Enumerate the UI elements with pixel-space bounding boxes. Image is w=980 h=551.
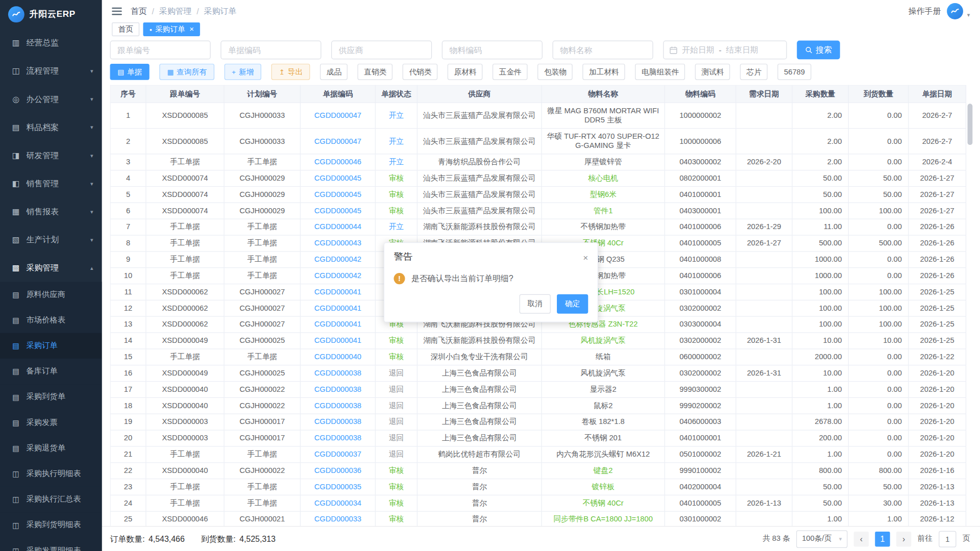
doc-no-link[interactable]: CGDD000036: [314, 466, 361, 474]
material-code-input[interactable]: [442, 41, 543, 60]
doc-no-link[interactable]: CGDD000040: [314, 353, 361, 361]
cell-material[interactable]: 键盘2: [542, 463, 665, 479]
breadcrumb-item[interactable]: 采购管理: [159, 6, 192, 17]
cell-material[interactable]: 管件1: [542, 203, 665, 219]
chevron-down-icon[interactable]: ▾: [967, 12, 970, 18]
sidebar-item[interactable]: ◎办公管理▾: [0, 85, 102, 113]
category-chip[interactable]: 五金件: [493, 64, 528, 80]
doc-no-link[interactable]: CGDD000047: [314, 137, 361, 145]
close-icon[interactable]: ×: [189, 25, 194, 34]
sidebar-subitem[interactable]: ▤采购发票: [0, 410, 102, 435]
table-row[interactable]: 14XSDD000049CGJH000025CGDD000041审核湖南飞沃新能…: [110, 333, 966, 349]
cell-material[interactable]: 核心电机: [542, 170, 665, 187]
sidebar-subitem[interactable]: ◫采购执行明细表: [0, 461, 102, 487]
category-chip[interactable]: 电脑组装件: [635, 64, 685, 80]
doc-no-link[interactable]: CGDD000033: [314, 515, 361, 523]
next-page-button[interactable]: ›: [896, 531, 911, 546]
doc-no-link[interactable]: CGDD000045: [314, 173, 361, 182]
material-name-input[interactable]: [552, 41, 653, 60]
doc-no-link[interactable]: CGDD000041: [314, 336, 361, 345]
category-chip[interactable]: 直销类: [358, 64, 393, 80]
table-row[interactable]: 1XSDD000085CGJH000033CGDD000047开立汕头市三辰蓝猫…: [110, 103, 966, 128]
category-chip[interactable]: 加工材料: [583, 64, 625, 80]
doc-no-link[interactable]: CGDD000041: [314, 320, 361, 329]
doc-no-link[interactable]: CGDD000041: [314, 287, 361, 296]
table-row[interactable]: 23手工单据手工单据CGDD000035审核普尔镀锌板040200000450.…: [110, 479, 966, 495]
doc-no-input[interactable]: [220, 41, 321, 60]
category-chip[interactable]: 芯片: [740, 64, 768, 80]
vertical-scrollbar-thumb[interactable]: [968, 104, 973, 145]
category-chip[interactable]: 原材料: [448, 64, 483, 80]
table-row[interactable]: 7手工单据手工单据CGDD000044开立湖南飞沃新能源科技股份有限公司不锈钢加…: [110, 219, 966, 235]
sidebar-item[interactable]: ▧生产计划▾: [0, 226, 102, 254]
category-chip[interactable]: 包装物: [538, 64, 573, 80]
cell-material[interactable]: 风机旋涡气泵: [542, 333, 665, 349]
table-row[interactable]: 17XSDD000040CGJH000022CGDD000038退回上海三色食品…: [110, 382, 966, 398]
close-icon[interactable]: ×: [583, 253, 588, 261]
doc-no-link[interactable]: CGDD000043: [314, 239, 361, 247]
doc-no-link[interactable]: CGDD000038: [314, 368, 361, 377]
doc-no-link[interactable]: CGDD000035: [314, 482, 361, 491]
doc-no-link[interactable]: CGDD000045: [314, 206, 361, 215]
current-page-button[interactable]: 1: [875, 531, 890, 546]
doc-no-link[interactable]: CGDD000037: [314, 450, 361, 459]
category-chip[interactable]: 成品: [321, 64, 348, 80]
prev-page-button[interactable]: ‹: [854, 531, 869, 546]
confirm-button[interactable]: 确定: [557, 294, 588, 314]
doc-no-link[interactable]: CGDD000038: [314, 434, 361, 442]
sidebar-item[interactable]: ▥经营总监: [0, 29, 102, 57]
cancel-button[interactable]: 取消: [520, 294, 551, 314]
sidebar-subitem[interactable]: ▤原料供应商: [0, 282, 102, 307]
date-range-picker[interactable]: 开始日期 - 结束日期: [663, 41, 787, 60]
tab-active[interactable]: ●采购订单×: [143, 22, 200, 36]
table-row[interactable]: 5XSDD000074CGJH000029CGDD000045审核汕头市三辰蓝猫…: [110, 187, 966, 203]
category-chip[interactable]: 56789: [778, 64, 811, 80]
sidebar-subitem[interactable]: ▤采购到货单: [0, 384, 102, 410]
sidebar-item[interactable]: ▦销售报表▾: [0, 197, 102, 226]
table-row[interactable]: 22XSDD000040CGJH000022CGDD000036审核普尔键盘29…: [110, 463, 966, 479]
sidebar-item[interactable]: ◫流程管理▾: [0, 57, 102, 85]
doc-no-link[interactable]: CGDD000038: [314, 417, 361, 426]
查询所有-button[interactable]: ▦查询所有: [160, 64, 214, 80]
table-row[interactable]: 15手工单据手工单据CGDD000040审核深圳小白兔专业干洗有限公司纸箱060…: [110, 349, 966, 365]
table-row[interactable]: 24手工单据手工单据CGDD000034审核普尔不锈钢 40Cr04010000…: [110, 495, 966, 511]
table-row[interactable]: 4XSDD000074CGJH000029CGDD000045审核汕头市三辰蓝猫…: [110, 170, 966, 187]
sidebar-item[interactable]: ◨研发管理▾: [0, 141, 102, 169]
table-row[interactable]: 16XSDD000049CGJH000025CGDD000038退回上海三色食品…: [110, 365, 966, 382]
table-row[interactable]: 19XSDD000003CGJH000017CGDD000038退回上海三色食品…: [110, 414, 966, 430]
sidebar-item[interactable]: ▤料品档案▾: [0, 113, 102, 141]
doc-no-link[interactable]: CGDD000042: [314, 271, 361, 280]
新增-button[interactable]: +新增: [224, 64, 261, 80]
sidebar-subitem[interactable]: ◫采购执行汇总表: [0, 487, 102, 512]
doc-no-link[interactable]: CGDD000046: [314, 158, 361, 166]
sidebar-subitem[interactable]: ◫采购发票明细表: [0, 538, 102, 551]
sidebar-subitem[interactable]: ◫采购到货明细表: [0, 512, 102, 538]
sidebar-subitem[interactable]: ▤采购退货单: [0, 435, 102, 461]
table-row[interactable]: 2XSDD000085CGJH000033CGDD000047开立汕头市三辰蓝猫…: [110, 129, 966, 154]
supplier-input[interactable]: [331, 41, 432, 60]
breadcrumb-item[interactable]: 采购订单: [204, 6, 236, 17]
manual-link[interactable]: 操作手册: [909, 6, 941, 17]
单据-button[interactable]: ▤单据: [110, 64, 150, 80]
page-size-select[interactable]: 100条/页 ▾: [796, 530, 847, 547]
doc-no-link[interactable]: CGDD000034: [314, 498, 361, 507]
table-row[interactable]: 20XSDD000003CGJH000017CGDD000038退回上海三色食品…: [110, 430, 966, 446]
table-row[interactable]: 3手工单据手工单据CGDD000046开立青海纺织品股份合作公司厚壁镀锌管040…: [110, 154, 966, 170]
breadcrumb-item[interactable]: 首页: [131, 6, 147, 17]
sidebar-toggle-icon[interactable]: [112, 8, 122, 15]
table-row[interactable]: 6XSDD000074CGJH000029CGDD000045审核汕头市三辰蓝猫…: [110, 203, 966, 219]
category-chip[interactable]: 代销类: [403, 64, 438, 80]
sidebar-item[interactable]: ▩采购管理▴: [0, 254, 102, 282]
tab-item[interactable]: 首页: [112, 22, 139, 36]
table-row[interactable]: 21手工单据手工单据CGDD000037退回鹤岗比优特超市有限公司内六角花形沉头…: [110, 446, 966, 463]
search-button[interactable]: 搜索: [797, 41, 840, 60]
cell-material[interactable]: 同步带件B CA=1800 JJ=1800: [542, 511, 665, 526]
doc-no-link[interactable]: CGDD000041: [314, 304, 361, 312]
sidebar-subitem[interactable]: ▤备库订单: [0, 359, 102, 384]
doc-no-link[interactable]: CGDD000047: [314, 111, 361, 119]
doc-no-link[interactable]: CGDD000044: [314, 222, 361, 231]
cell-material[interactable]: 型钢6米: [542, 187, 665, 203]
category-chip[interactable]: 测试料: [695, 64, 730, 80]
导出-button[interactable]: ↥导出: [272, 64, 310, 80]
doc-no-link[interactable]: CGDD000038: [314, 385, 361, 393]
